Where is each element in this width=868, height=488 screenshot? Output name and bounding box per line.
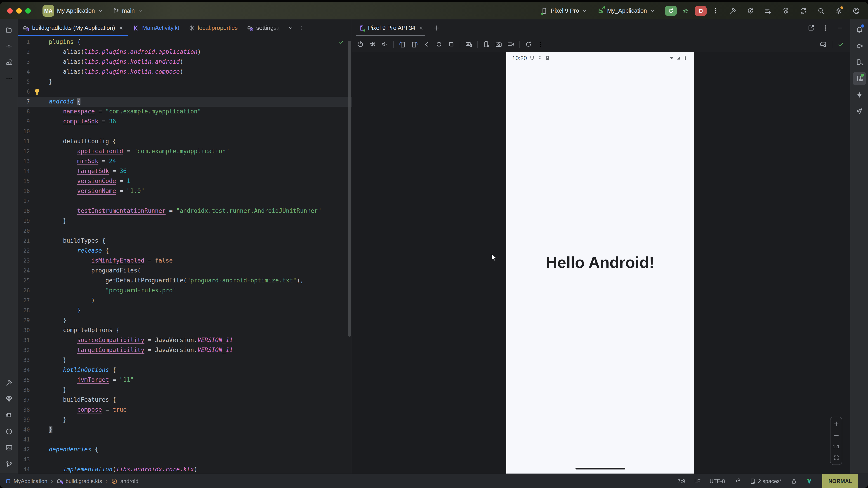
apply-changes-icon[interactable] <box>747 7 754 14</box>
code-line[interactable]: 6 <box>18 87 352 97</box>
caret-position[interactable]: 7:9 <box>678 478 685 484</box>
rerun-button[interactable] <box>665 6 677 15</box>
code-line[interactable]: 12 applicationId = "com.example.myapplic… <box>18 147 352 156</box>
problems-icon[interactable] <box>2 425 16 438</box>
attach-debugger-icon[interactable] <box>782 7 789 14</box>
code-line[interactable]: 31 sourceCompatibility = JavaVersion.VER… <box>18 335 352 345</box>
hide-panel-minus-icon[interactable] <box>836 24 844 31</box>
add-device-tab-plus-icon[interactable] <box>433 24 440 31</box>
screenshot-camera-icon[interactable] <box>495 40 502 48</box>
code-line[interactable]: 20 <box>18 226 352 236</box>
breadcrumb-file[interactable]: build.gradle.kts <box>66 478 102 484</box>
overview-icon[interactable] <box>447 40 455 48</box>
inspections-ok-check-icon[interactable] <box>338 39 344 45</box>
unlocked-icon[interactable] <box>791 478 797 484</box>
rotate-right-icon[interactable] <box>411 40 418 48</box>
code-line[interactable]: 14 targetSdk = 36 <box>18 166 352 176</box>
tab-local-properties[interactable]: local.properties <box>184 20 242 36</box>
zoom-reset-1to1[interactable]: 1:1 <box>833 444 840 449</box>
tab-options-kebab-icon[interactable] <box>298 25 304 31</box>
code-line[interactable]: 41 <box>18 435 352 445</box>
keyboard-input-icon[interactable] <box>465 40 472 48</box>
editor-scrollbar[interactable] <box>348 41 351 337</box>
code-line[interactable]: 3 alias(libs.plugins.kotlin.android) <box>18 57 352 67</box>
device-manager-icon[interactable] <box>852 56 866 69</box>
resource-manager-icon[interactable] <box>2 56 16 69</box>
code-line[interactable]: 36 } <box>18 385 352 395</box>
ideavim-icon[interactable] <box>806 478 813 484</box>
run-configuration-selector[interactable]: My_Application <box>597 7 655 14</box>
commit-icon[interactable] <box>2 39 16 53</box>
rotate-left-icon[interactable] <box>399 40 406 48</box>
close-icon[interactable] <box>118 25 124 31</box>
paper-plane-icon[interactable] <box>852 104 866 118</box>
ai-assistant-disabled-icon[interactable] <box>734 478 740 484</box>
gemini-star-icon[interactable] <box>852 88 866 102</box>
zoom-out-minus-icon[interactable] <box>833 432 839 438</box>
hidden-tabs-chevron-icon[interactable] <box>288 25 293 31</box>
power-icon[interactable] <box>357 40 364 48</box>
app-quality-insights-icon[interactable] <box>2 392 16 406</box>
sync-project-icon[interactable] <box>800 7 807 14</box>
code-line[interactable]: 9 compileSdk = 36 <box>18 117 352 127</box>
code-line[interactable]: 21 buildTypes { <box>18 236 352 246</box>
minimize-window-button[interactable] <box>16 8 22 13</box>
code-line[interactable]: 32 targetCompatibility = JavaVersion.VER… <box>18 345 352 355</box>
notifications-bell-icon[interactable] <box>852 23 866 37</box>
panel-options-kebab-icon[interactable] <box>822 24 829 31</box>
zoom-select-icon[interactable] <box>819 40 827 48</box>
stop-button[interactable] <box>695 6 707 15</box>
tab-build-gradle-kts[interactable]: build.gradle.kts (My Application) <box>18 20 128 36</box>
code-line[interactable]: 37 buildFeatures { <box>18 395 352 405</box>
maximize-window-button[interactable] <box>25 8 31 13</box>
more-tool-windows-icon[interactable] <box>2 72 16 86</box>
code-line[interactable]: 1plugins { <box>18 37 352 47</box>
code-line[interactable]: 40} <box>18 425 352 435</box>
breadcrumb-project[interactable]: MyApplication <box>13 478 47 484</box>
close-window-button[interactable] <box>7 8 13 13</box>
project-widget[interactable]: MA My Application <box>42 5 103 17</box>
running-devices-icon[interactable] <box>852 72 866 86</box>
code-line[interactable]: 19 } <box>18 216 352 226</box>
code-line[interactable]: 43 <box>18 455 352 464</box>
settings-gear-icon[interactable] <box>835 7 842 14</box>
code-line[interactable]: 24 proguardFiles( <box>18 266 352 275</box>
gradle-tool-window-icon[interactable] <box>852 39 866 53</box>
code-line[interactable]: 33 } <box>18 355 352 365</box>
code-line[interactable]: 27 ) <box>18 295 352 305</box>
more-actions-kebab-icon[interactable] <box>712 7 719 14</box>
back-icon[interactable] <box>423 40 430 48</box>
code-line[interactable]: 44 implementation(libs.androidx.core.ktx… <box>18 464 352 474</box>
build-tool-window-icon[interactable] <box>2 376 16 390</box>
fit-to-window-icon[interactable] <box>833 455 839 461</box>
file-encoding[interactable]: UTF-8 <box>710 478 725 484</box>
zoom-in-plus-icon[interactable] <box>833 421 839 427</box>
device-selector[interactable]: Pixel 9 Pro <box>541 7 587 14</box>
emulator-screen[interactable]: 10:20 Hello Android! <box>506 52 694 474</box>
project-folder-icon[interactable] <box>2 23 16 37</box>
vim-mode-badge[interactable]: NORMAL <box>823 474 858 488</box>
emulator-more-kebab-icon[interactable] <box>537 40 544 48</box>
code-line[interactable]: 18 testInstrumentationRunner = "androidx… <box>18 206 352 216</box>
device-tab[interactable]: Pixel 9 Pro API 34 <box>352 20 429 36</box>
breadcrumb-element[interactable]: android <box>120 478 138 484</box>
code-line[interactable]: 35 jvmTarget = "11" <box>18 375 352 385</box>
tab-settings-gradle[interactable]: settings.g <box>242 20 284 36</box>
code-line[interactable]: 23 isMinifyEnabled = false <box>18 256 352 266</box>
code-line[interactable]: 22 release { <box>18 246 352 256</box>
code-line[interactable]: 39 } <box>18 415 352 425</box>
code-line[interactable]: 13 minSdk = 24 <box>18 156 352 166</box>
profiler-cat-icon[interactable] <box>2 409 16 422</box>
code-line[interactable]: 17 <box>18 196 352 206</box>
terminal-icon[interactable] <box>2 441 16 455</box>
screen-record-icon[interactable] <box>507 40 515 48</box>
code-line[interactable]: 29 } <box>18 315 352 325</box>
code-line[interactable]: 4 alias(libs.plugins.kotlin.compose) <box>18 67 352 77</box>
code-line[interactable]: 16 versionName = "1.0" <box>18 186 352 196</box>
volume-up-icon[interactable] <box>369 40 376 48</box>
build-hammer-icon[interactable] <box>729 7 737 14</box>
snapshots-icon[interactable] <box>525 40 532 48</box>
code-line[interactable]: 8 namespace = "com.example.myapplication… <box>18 107 352 117</box>
code-line[interactable]: 26 "proguard-rules.pro" <box>18 286 352 295</box>
code-line[interactable]: 15 versionCode = 1 <box>18 176 352 186</box>
